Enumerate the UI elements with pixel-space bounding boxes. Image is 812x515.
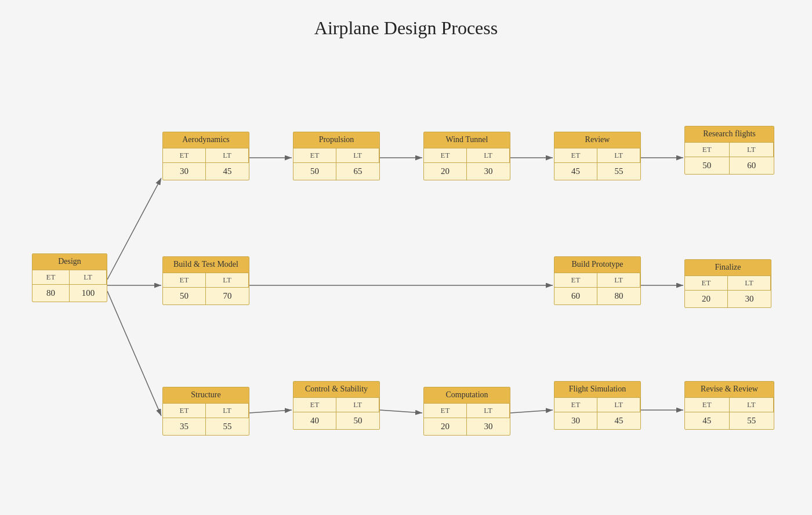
node-design-lt-label: LT (70, 270, 107, 285)
node-design-title: Design (32, 254, 107, 270)
node-flight-simulation: Flight Simulation ET LT 30 45 (554, 381, 641, 430)
node-revise-review-et: 45 (685, 412, 730, 429)
node-aerodynamics: Aerodynamics ET LT 30 45 (162, 132, 249, 180)
node-revise-review-lt: 55 (730, 412, 774, 429)
node-build-prototype-lt: 80 (597, 288, 640, 304)
node-build-test: Build & Test Model ET LT 50 70 (162, 256, 249, 305)
node-build-prototype-et: 60 (554, 288, 597, 304)
node-structure-lt: 55 (206, 418, 249, 435)
node-structure-et: 35 (163, 418, 206, 435)
svg-line-12 (510, 410, 553, 413)
node-review-title: Review (554, 132, 640, 148)
node-finalize-title: Finalize (685, 260, 771, 276)
node-finalize-et: 20 (685, 291, 728, 307)
node-propulsion-lt: 65 (336, 163, 379, 180)
node-flight-simulation-title: Flight Simulation (554, 382, 640, 398)
node-finalize-lt: 30 (728, 291, 771, 307)
node-build-test-title: Build & Test Model (163, 257, 249, 273)
node-review-lt: 55 (597, 163, 640, 180)
node-design: Design ET LT 80 100 (32, 253, 107, 302)
svg-line-1 (107, 178, 161, 280)
node-research-flights-lt: 60 (730, 157, 774, 174)
node-wind-tunnel-et: 20 (424, 163, 467, 180)
svg-line-3 (107, 291, 161, 416)
node-aerodynamics-lt: 45 (206, 163, 249, 180)
node-revise-review-title: Revise & Review (685, 382, 774, 398)
node-wind-tunnel-lt: 30 (467, 163, 510, 180)
node-research-flights-title: Research flights (685, 126, 774, 143)
node-wind-tunnel-title: Wind Tunnel (424, 132, 510, 148)
arrows-svg (14, 62, 798, 503)
node-control-stability-lt: 50 (336, 412, 379, 429)
node-review-et: 45 (554, 163, 597, 180)
node-computation-title: Computation (424, 387, 510, 404)
node-design-lt-val: 100 (70, 285, 107, 302)
diagram: Design ET LT 80 100 Aerodynamics ET LT 3… (14, 62, 798, 503)
node-review: Review ET LT 45 55 (554, 132, 641, 180)
node-finalize: Finalize ET LT 20 30 (684, 259, 771, 308)
node-computation-lt: 30 (467, 418, 510, 435)
node-aerodynamics-et: 30 (163, 163, 206, 180)
node-research-flights: Research flights ET LT 50 60 (684, 126, 774, 175)
node-flight-simulation-et: 30 (554, 412, 597, 429)
node-propulsion-et: 50 (293, 163, 336, 180)
node-structure: Structure ET LT 35 55 (162, 387, 249, 436)
svg-line-10 (249, 410, 292, 413)
page-title: Airplane Design Process (314, 17, 498, 39)
node-computation-et: 20 (424, 418, 467, 435)
node-build-prototype-title: Build Prototype (554, 257, 640, 273)
node-computation: Computation ET LT 20 30 (423, 387, 510, 436)
node-build-test-et: 50 (163, 288, 206, 304)
node-propulsion: Propulsion ET LT 50 65 (293, 132, 380, 180)
node-aerodynamics-title: Aerodynamics (163, 132, 249, 148)
node-design-et-label: ET (32, 270, 70, 285)
node-design-et-val: 80 (32, 285, 70, 302)
node-build-prototype: Build Prototype ET LT 60 80 (554, 256, 641, 305)
node-wind-tunnel: Wind Tunnel ET LT 20 30 (423, 132, 510, 180)
node-control-stability-title: Control & Stability (293, 382, 379, 398)
svg-line-11 (380, 410, 422, 413)
node-research-flights-et: 50 (685, 157, 730, 174)
node-control-stability: Control & Stability ET LT 40 50 (293, 381, 380, 430)
node-structure-title: Structure (163, 387, 249, 404)
node-flight-simulation-lt: 45 (597, 412, 640, 429)
node-control-stability-et: 40 (293, 412, 336, 429)
node-build-test-lt: 70 (206, 288, 249, 304)
node-revise-review: Revise & Review ET LT 45 55 (684, 381, 774, 430)
node-propulsion-title: Propulsion (293, 132, 379, 148)
